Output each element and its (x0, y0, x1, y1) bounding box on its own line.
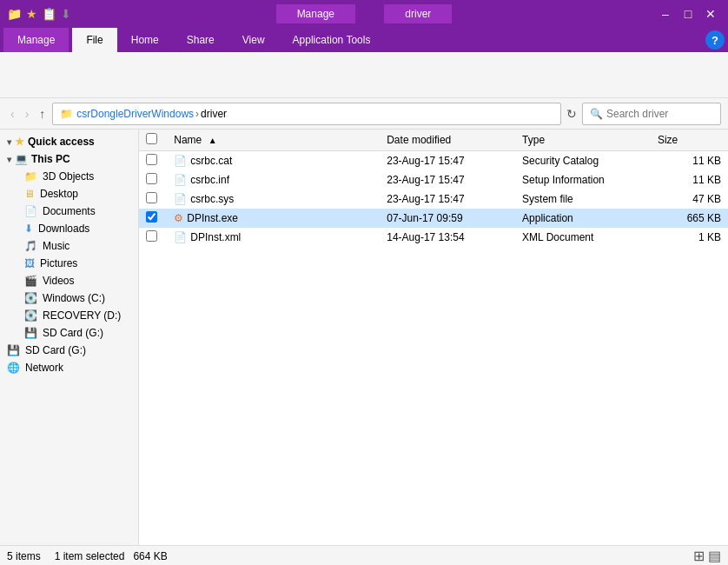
table-row[interactable]: 📄 DPInst.xml 14-Aug-17 13:54 XML Documen… (139, 228, 728, 247)
sidebar-item-network[interactable]: 🌐 Network (0, 359, 138, 376)
sidebar: ▾ ★ Quick access ▾ 💻 This PC 📁 3D Object… (0, 130, 139, 545)
row-name-cell: ⚙ DPInst.exe (167, 209, 380, 228)
large-icon-view-button[interactable]: ▤ (708, 548, 721, 564)
row-type-cell: Security Catalog (515, 151, 651, 171)
sidebar-label-recovery-d: RECOVERY (D:) (43, 309, 121, 322)
back-button[interactable]: ‹ (7, 105, 18, 123)
folder-icon-desktop: 🖥 (24, 188, 35, 200)
up-button[interactable]: ↑ (36, 105, 49, 123)
refresh-button[interactable]: ↻ (565, 105, 579, 123)
expand-arrow-quick-access: ▾ (7, 137, 11, 147)
row-size-cell: 1 KB (651, 228, 728, 247)
table-row[interactable]: 📄 csrbc.cat 23-Aug-17 15:47 Security Cat… (139, 151, 728, 171)
title-bar: 📁 ★ 📋 ⬇ Manage driver – □ ✕ (0, 0, 728, 28)
main-area: ▾ ★ Quick access ▾ 💻 This PC 📁 3D Object… (0, 130, 728, 545)
music-icon: 🎵 (24, 240, 37, 252)
row-size-cell: 665 KB (651, 209, 728, 228)
file-table: Name ▲ Date modified Type Size (139, 130, 728, 247)
selected-info: 1 item selected 664 KB (55, 550, 168, 562)
tab-manage[interactable]: Manage (3, 28, 69, 52)
row-checkbox-cell (139, 209, 167, 228)
sidebar-item-music[interactable]: 🎵 Music (0, 237, 138, 255)
row-checkbox[interactable] (146, 192, 157, 203)
close-button[interactable]: ✕ (700, 3, 721, 24)
select-all-checkbox[interactable] (146, 133, 157, 144)
app-icon-1: 📁 (7, 7, 21, 21)
app-icon-4: ⬇ (59, 7, 73, 21)
file-list: Name ▲ Date modified Type Size (139, 130, 728, 545)
row-name-cell: 📄 csrbc.cat (167, 151, 380, 171)
file-name: csrbc.sys (190, 193, 234, 205)
path-separator: › (195, 108, 199, 120)
quick-access-label: Quick access (28, 136, 95, 148)
sidebar-label-windows-c: Windows (C:) (43, 292, 105, 304)
col-header-check[interactable] (139, 130, 167, 151)
sidebar-item-sd-card-g1[interactable]: 💾 SD Card (G:) (0, 324, 138, 342)
sidebar-item-recovery-d[interactable]: 💽 RECOVERY (D:) (0, 307, 138, 324)
row-date-cell: 07-Jun-17 09:59 (380, 209, 515, 228)
table-row[interactable]: 📄 csrbc.sys 23-Aug-17 15:47 System file … (139, 189, 728, 209)
row-type-cell: XML Document (515, 228, 651, 247)
row-checkbox[interactable] (146, 230, 157, 242)
sidebar-label-3d: 3D Objects (43, 170, 94, 183)
col-type-label: Type (522, 134, 545, 146)
row-name-cell: 📄 DPInst.xml (167, 228, 380, 247)
quick-access-header[interactable]: ▾ ★ Quick access (0, 133, 138, 150)
forward-button[interactable]: › (22, 105, 33, 123)
help-button[interactable]: ? (705, 30, 725, 50)
ribbon-content (0, 52, 728, 97)
col-header-size[interactable]: Size (651, 130, 728, 151)
window-title: driver (384, 4, 452, 23)
sidebar-label-sd-g1: SD Card (G:) (43, 327, 103, 339)
folder-icon-3d: 📁 (24, 170, 37, 183)
sidebar-item-3d-objects[interactable]: 📁 3D Objects (0, 168, 138, 185)
file-icon-inf: 📄 (174, 174, 187, 186)
row-type-cell: Setup Information (515, 170, 651, 189)
sidebar-item-downloads[interactable]: ⬇ Downloads (0, 220, 138, 237)
table-row[interactable]: ⚙ DPInst.exe 07-Jun-17 09:59 Application… (139, 209, 728, 228)
details-view-button[interactable]: ⊞ (693, 548, 705, 564)
sidebar-item-sd-card-g2[interactable]: 💾 SD Card (G:) (0, 342, 138, 359)
sidebar-item-documents[interactable]: 📄 Documents (0, 203, 138, 220)
row-checkbox-cell (139, 228, 167, 247)
drive-c-icon: 💽 (24, 292, 37, 304)
app-icon-2: ★ (24, 7, 38, 21)
sidebar-item-windows-c[interactable]: 💽 Windows (C:) (0, 289, 138, 307)
sidebar-item-desktop[interactable]: 🖥 Desktop (0, 185, 138, 203)
row-checkbox[interactable] (146, 211, 157, 223)
tab-application-tools[interactable]: Application Tools (279, 28, 385, 52)
row-checkbox[interactable] (146, 154, 157, 165)
col-size-label: Size (658, 134, 678, 146)
vid-icon: 🎬 (24, 275, 37, 287)
tab-share[interactable]: Share (173, 28, 228, 52)
search-input[interactable] (606, 108, 713, 120)
search-box: 🔍 (582, 103, 721, 125)
this-pc-header[interactable]: ▾ 💻 This PC (0, 150, 138, 168)
sidebar-label-network: Network (25, 362, 63, 374)
table-row[interactable]: 📄 csrbc.inf 23-Aug-17 15:47 Setup Inform… (139, 170, 728, 189)
tab-home[interactable]: Home (117, 28, 173, 52)
row-date-cell: 14-Aug-17 13:54 (380, 228, 515, 247)
path-parent[interactable]: csrDongleDriverWindows (76, 108, 194, 120)
col-header-name[interactable]: Name ▲ (167, 130, 380, 151)
maximize-button[interactable]: □ (678, 3, 698, 24)
file-name: DPInst.xml (190, 231, 241, 243)
title-bar-title: Manage driver (73, 4, 655, 23)
file-icon-exe: ⚙ (174, 212, 183, 224)
row-date-cell: 23-Aug-17 15:47 (380, 189, 515, 209)
file-name: DPInst.exe (187, 212, 238, 224)
col-header-date[interactable]: Date modified (380, 130, 515, 151)
row-size-cell: 11 KB (651, 151, 728, 171)
row-type-cell: Application (515, 209, 651, 228)
minimize-button[interactable]: – (655, 3, 676, 24)
tab-file[interactable]: File (72, 28, 116, 52)
row-name-cell: 📄 csrbc.inf (167, 170, 380, 189)
tab-view[interactable]: View (228, 28, 279, 52)
sidebar-item-pictures[interactable]: 🖼 Pictures (0, 255, 138, 272)
address-bar: ‹ › ↑ 📁 csrDongleDriverWindows › driver … (0, 98, 728, 130)
col-header-type[interactable]: Type (515, 130, 651, 151)
selected-size: 664 KB (133, 550, 167, 562)
row-checkbox[interactable] (146, 173, 157, 184)
row-checkbox-cell (139, 170, 167, 189)
sidebar-item-videos[interactable]: 🎬 Videos (0, 272, 138, 289)
